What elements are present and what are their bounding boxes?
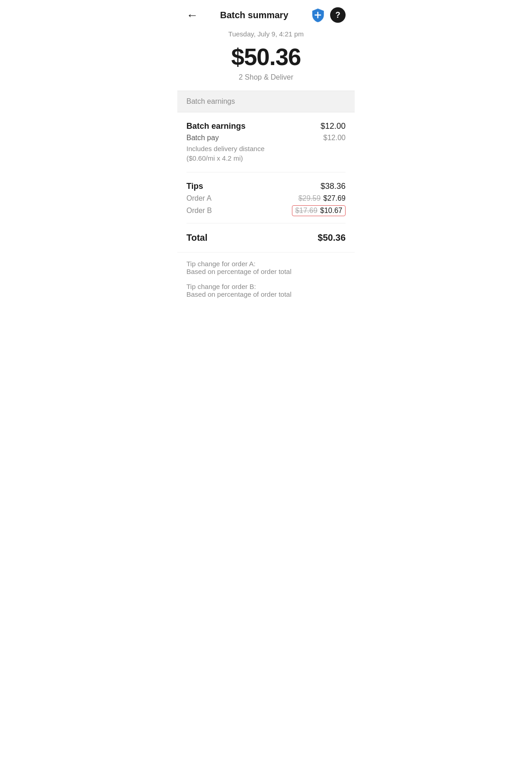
section-divider-label: Batch earnings [186,97,235,105]
batch-pay-label: Batch pay [186,134,219,142]
total-value: $50.36 [318,233,346,243]
tip-note-a-title: Tip change for order A: [186,260,346,268]
tip-note-a: Tip change for order A: Based on percent… [186,260,346,275]
tips-label: Tips [186,182,203,191]
header-icons: ? [310,7,346,23]
batch-earnings-label: Batch earnings [186,122,246,131]
batch-earnings-value: $12.00 [321,122,346,131]
tip-note-a-description: Based on percentage of order total [186,268,346,275]
tips-row: Tips $38.36 [186,172,346,193]
order-type: 2 Shop & Deliver [177,73,355,91]
order-a-label: Order A [186,194,211,203]
batch-pay-value: $12.00 [323,134,346,142]
tip-note-b-description: Based on percentage of order total [186,290,346,298]
order-b-label: Order B [186,207,212,215]
back-button[interactable]: ← [186,8,198,22]
order-a-new-value: $27.69 [323,194,346,203]
header: ← Batch summary ? [177,0,355,28]
total-row: Total $50.36 [186,223,346,252]
order-b-new-value: $10.67 [320,207,342,215]
date-subtitle: Tuesday, July 9, 4:21 pm [177,28,355,41]
tips-value: $38.36 [321,182,346,191]
content-section: Batch earnings $12.00 Batch pay $12.00 I… [177,112,355,252]
order-b-old-value: $17.69 [295,207,317,215]
shield-icon[interactable] [310,7,326,23]
section-divider: Batch earnings [177,91,355,112]
help-button[interactable]: ? [330,7,346,23]
total-earnings-amount: $50.36 [177,41,355,73]
batch-pay-description: Includes delivery distance($0.60/mi x 4.… [186,143,346,168]
total-label: Total [186,233,207,243]
page-title: Batch summary [198,10,310,20]
batch-pay-row: Batch pay $12.00 [186,133,346,143]
order-a-old-value: $29.59 [298,194,321,203]
order-a-values: $29.59 $27.69 [298,194,346,203]
tip-note-b: Tip change for order B: Based on percent… [186,283,346,298]
tip-notes-section: Tip change for order A: Based on percent… [177,252,355,319]
order-b-row: Order B $17.69 $10.67 [186,204,346,218]
tip-note-b-title: Tip change for order B: [186,283,346,290]
order-b-highlighted-values: $17.69 $10.67 [292,205,346,216]
batch-earnings-row: Batch earnings $12.00 [186,112,346,133]
order-a-row: Order A $29.59 $27.69 [186,193,346,204]
